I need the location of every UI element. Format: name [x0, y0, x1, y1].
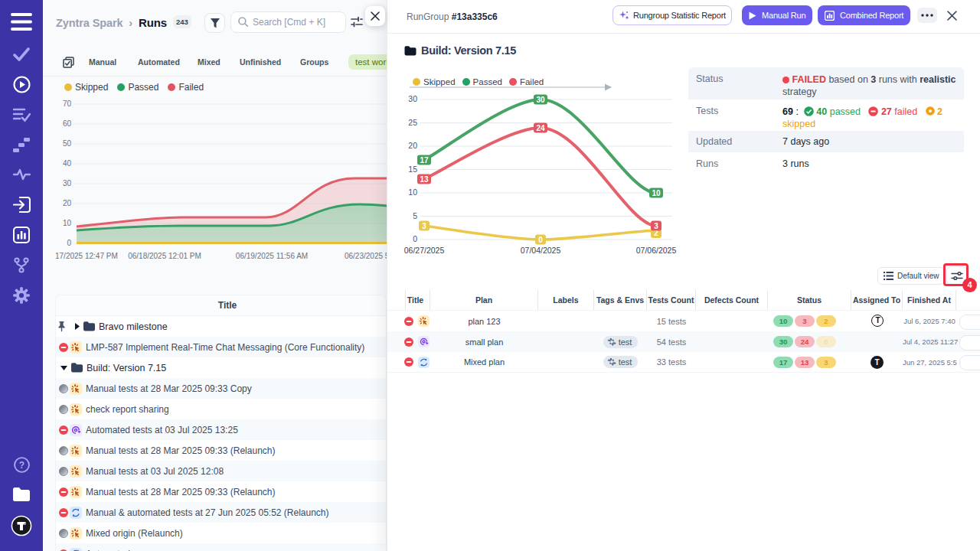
svg-text:50: 50	[63, 139, 72, 148]
svg-text:0: 0	[413, 234, 417, 243]
svg-text:20: 20	[63, 199, 72, 207]
svg-text:10: 10	[63, 219, 72, 227]
svg-text:20: 20	[408, 141, 417, 150]
svg-text:07/04/2025: 07/04/2025	[521, 246, 561, 255]
svg-text:25: 25	[408, 118, 417, 127]
svg-text:24: 24	[536, 124, 545, 132]
svg-text:5: 5	[413, 211, 417, 220]
svg-text:07/06/2025: 07/06/2025	[636, 246, 677, 255]
svg-text:30: 30	[63, 179, 72, 187]
svg-text:3: 3	[422, 222, 426, 230]
svg-text:30: 30	[536, 96, 545, 104]
svg-text:06/19/2025 11:56 AM: 06/19/2025 11:56 AM	[236, 252, 308, 260]
svg-text:10: 10	[652, 189, 661, 197]
svg-text:10: 10	[408, 187, 417, 197]
svg-text:06/23/2025 5:52 PM: 06/23/2025 5:52 PM	[345, 252, 387, 260]
svg-text:3: 3	[654, 222, 658, 230]
svg-text:40: 40	[63, 159, 72, 168]
svg-text:70: 70	[63, 99, 72, 108]
svg-text:17/2025 12:47 PM: 17/2025 12:47 PM	[55, 252, 118, 260]
svg-text:06/18/2025 12:01 PM: 06/18/2025 12:01 PM	[128, 252, 201, 260]
svg-text:15: 15	[408, 165, 417, 174]
svg-text:13: 13	[420, 175, 429, 184]
svg-text:60: 60	[63, 119, 72, 128]
svg-text:06/27/2025: 06/27/2025	[404, 246, 445, 255]
svg-text:30: 30	[408, 94, 417, 103]
svg-text:?: ?	[19, 460, 24, 471]
svg-text:0: 0	[538, 236, 543, 244]
svg-text:0: 0	[67, 239, 71, 247]
svg-text:17: 17	[420, 156, 429, 165]
